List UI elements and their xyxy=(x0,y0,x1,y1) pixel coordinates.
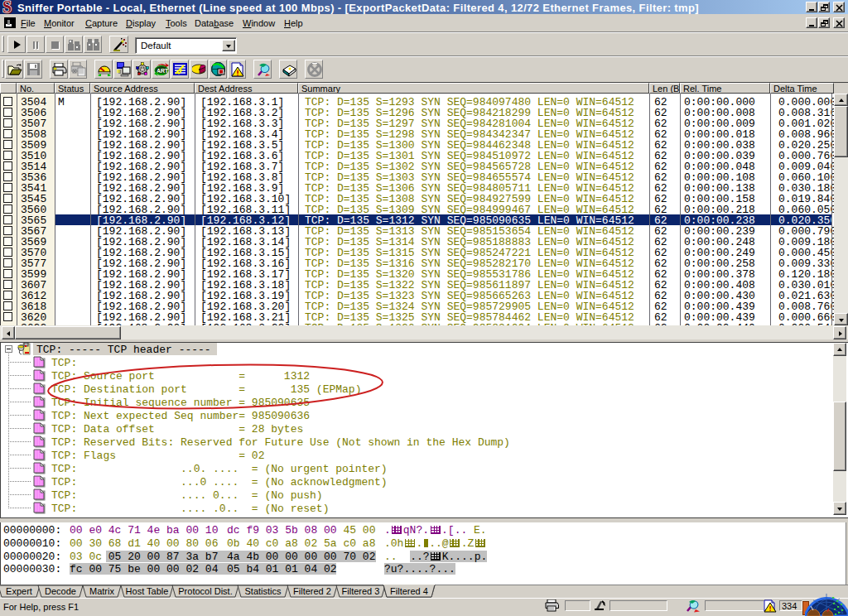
svg-text:Matrix: Matrix xyxy=(89,586,114,596)
svg-text:Expert: Expert xyxy=(6,586,32,596)
svg-text:Filtered 4: Filtered 4 xyxy=(390,586,428,596)
svg-text:Statistics: Statistics xyxy=(244,586,282,596)
svg-text:Filtered 3: Filtered 3 xyxy=(342,586,380,596)
svg-text:Protocol Dist.: Protocol Dist. xyxy=(178,586,232,596)
svg-text:Host Table: Host Table xyxy=(126,586,169,596)
svg-text:Filtered 2: Filtered 2 xyxy=(293,586,331,596)
svg-text:ART: ART xyxy=(157,68,169,74)
svg-text:Decode: Decode xyxy=(45,586,76,596)
svg-text:S: S xyxy=(2,0,12,14)
